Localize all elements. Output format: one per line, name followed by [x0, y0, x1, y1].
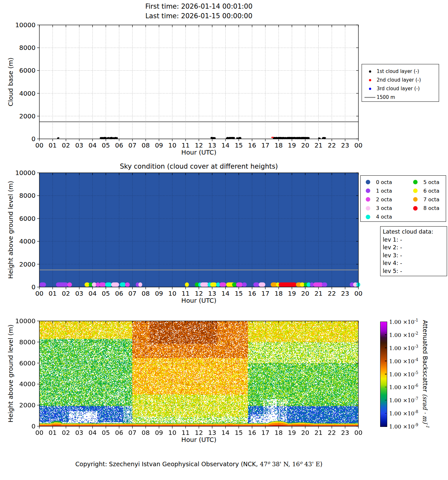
chart2-x-tick-label: 16: [248, 290, 256, 297]
octa-dot: [413, 197, 418, 202]
chart3-x-tick-label: 11: [181, 429, 189, 436]
cloud-level-line-3: lev 3: -: [383, 252, 447, 260]
chart3-x-tick-label: 01: [49, 429, 57, 436]
chart2-x-axis-label: Hour (UTC): [39, 297, 358, 304]
colorbar-units-exponent: -1: [425, 424, 430, 428]
colorbar-tick-label: 1.00 ×10-9: [389, 423, 418, 430]
octa-legend-item-2: 2 octa: [366, 195, 392, 204]
chart3-x-tick-label: 20: [301, 429, 309, 436]
cloud-base-plot: [36, 21, 362, 143]
octa-label: 1 octa: [376, 188, 392, 194]
octa-dot: [366, 188, 370, 193]
chart3-x-tick-label: 15: [235, 429, 243, 436]
chart3-x-tick-label: 06: [115, 429, 123, 436]
chart1-y-tick-label: 0: [10, 135, 36, 143]
chart1-x-tick-label: 10: [168, 141, 176, 149]
chart1-x-tick-label: 14: [221, 141, 229, 149]
colorbar-mantissa: 1.00 ×10: [389, 397, 414, 404]
copyright-segment: 38' N,: [270, 460, 292, 468]
colorbar-mantissa: 1.00 ×10: [389, 384, 414, 390]
octa-label: 7 octa: [423, 196, 439, 203]
chart3-y-tick-label: 6000: [10, 359, 36, 367]
chart2-x-tick-label: 18: [275, 290, 283, 297]
octa-legend-item-1: 1 octa: [366, 187, 392, 195]
colorbar-tick-label: 1.00 ×10-4: [389, 357, 418, 364]
colorbar-exponent: -5: [414, 371, 418, 375]
octa-label: 6 octa: [423, 188, 439, 194]
colorbar-mantissa: 1.00 ×10: [389, 358, 414, 364]
chart2-x-tick-label: 02: [62, 290, 70, 297]
chart3-y-tick-label: 0: [10, 422, 36, 430]
chart3-y-tick-label: 8000: [10, 338, 36, 346]
chart1-x-tick-label: 20: [301, 141, 309, 149]
legend-label: 1st cloud layer (-): [377, 68, 419, 74]
chart2-x-tick-label: 15: [235, 290, 243, 297]
colorbar-mantissa: 1.00 ×10: [389, 332, 414, 338]
chart1-x-tick-label: 17: [261, 141, 269, 149]
cloud-level-line-1: lev 1: -: [383, 236, 447, 244]
chart2-y-tick-label: 8000: [10, 192, 36, 199]
colorbar-tick-label: 1.00 ×10-1: [389, 318, 418, 325]
chart2-x-tick-label: 00: [35, 290, 43, 297]
octa-legend-item-3: 3 octa: [366, 204, 392, 212]
octa-dot: [366, 215, 370, 219]
chart2-x-tick-label: 05: [102, 290, 110, 297]
colorbar-exponent: -6: [414, 384, 418, 388]
sky-condition-plot: [36, 169, 362, 291]
chart1-y-tick-label: 8000: [10, 44, 36, 52]
chart2-x-tick-label: 17: [261, 290, 269, 297]
cloud-level-line-2: lev 2: -: [383, 244, 447, 252]
colorbar-units: (srad · m): [422, 394, 429, 424]
legend-line-sample: [363, 97, 377, 98]
chart2-x-tick-label: 01: [49, 290, 57, 297]
colorbar-mantissa: 1.00 ×10: [389, 345, 414, 351]
colorbar-exponent: -8: [414, 410, 418, 414]
octa-legend-item-7: 7 octa: [413, 195, 439, 204]
chart1-x-tick-label: 05: [102, 141, 110, 149]
chart1-x-tick-label: 03: [75, 141, 83, 149]
colorbar-mantissa: 1.00 ×10: [389, 319, 414, 325]
chart1-y-tick-label: 6000: [10, 67, 36, 74]
chart3-x-tick-label: 00: [35, 429, 43, 436]
octa-label: 5 octa: [423, 179, 439, 185]
chart3-x-tick-label: 04: [88, 429, 96, 436]
copyright-segment: 43' E: [302, 460, 320, 468]
chart3-x-tick-label: 07: [128, 429, 136, 436]
chart1-y-tick-label: 4000: [10, 90, 36, 97]
chart2-x-tick-label: 10: [168, 290, 176, 297]
octa-dot: [413, 180, 418, 184]
chart2-x-tick-label: 21: [315, 290, 323, 297]
chart1-x-tick-label: 09: [155, 141, 163, 149]
copyright-line: Copyright: Szechenyi Istvan Geophysical …: [39, 460, 358, 468]
colorbar-tick-label: 1.00 ×10-3: [389, 344, 418, 351]
marker: [369, 88, 371, 90]
chart1-x-tick-label: 02: [62, 141, 70, 149]
octa-label: 4 octa: [376, 214, 392, 220]
chart2-x-tick-label: 03: [75, 290, 83, 297]
chart2-x-tick-label: 19: [288, 290, 296, 297]
copyright-segment: Copyright: Szechenyi Istvan Geophysical …: [75, 460, 260, 468]
colorbar-exponent: -1: [414, 318, 418, 323]
marker: [364, 97, 375, 98]
colorbar-exponent: -4: [414, 357, 418, 362]
colorbar-mantissa: 1.00 ×10: [389, 410, 414, 417]
chart3-x-tick-label: 22: [328, 429, 336, 436]
chart1-x-tick-label: 08: [142, 141, 150, 149]
chart3-y-axis-label: Height above ground level (m): [7, 309, 14, 437]
octa-dot: [413, 206, 418, 211]
chart3-x-tick-label: 00: [354, 429, 362, 436]
chart3-x-axis-label: Hour (UTC): [39, 436, 358, 444]
chart1-x-tick-label: 04: [88, 141, 96, 149]
legend-item-3: 3rd cloud layer (-): [363, 85, 420, 92]
colorbar-tick-label: 1.00 ×10-7: [389, 396, 418, 404]
octa-dot: [413, 188, 418, 193]
chart2-x-tick-label: 06: [115, 290, 123, 297]
legend-dot-marker: [363, 79, 377, 81]
chart3-y-tick-label: 2000: [10, 401, 36, 409]
chart3-y-tick-label: 10000: [10, 317, 36, 325]
chart3-x-tick-label: 09: [155, 429, 163, 436]
colorbar-title: Attenuated Backscatter (srad · m)-1: [422, 320, 430, 428]
chart1-title-first-time: First time: 2026-01-14 00:01:00: [39, 3, 358, 10]
copyright-segment: ): [320, 460, 322, 468]
copyright-segment: 47: [260, 460, 268, 468]
